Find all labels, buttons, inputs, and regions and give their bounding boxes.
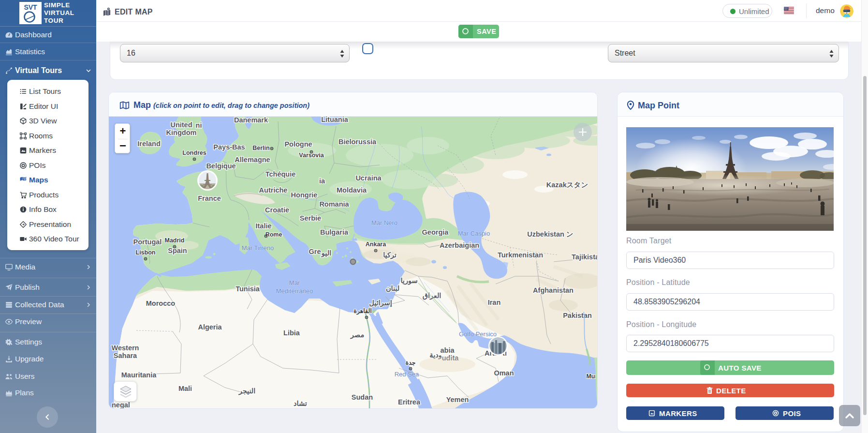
svg-text:Croatie: Croatie	[265, 206, 289, 214]
svg-text:Italie: Italie	[255, 222, 271, 230]
svg-text:Georgia: Georgia	[422, 228, 449, 236]
svg-text:Mar: Mar	[289, 279, 300, 286]
svg-text:Mauritania: Mauritania	[121, 371, 157, 379]
svg-text:Belgique: Belgique	[206, 162, 235, 170]
svg-text:Ucraina: Ucraina	[355, 174, 382, 182]
svg-text:Pakistan: Pakistan	[563, 312, 592, 319]
svg-text:إسرائيل: إسرائيل	[369, 299, 392, 307]
svg-text:Azerbaigian: Azerbaigian	[440, 241, 479, 249]
svg-text:Red Sea: Red Sea	[395, 371, 419, 378]
svg-text:France: France	[198, 194, 221, 202]
svg-text:Mar Nero: Mar Nero	[371, 219, 397, 226]
svg-text:ni: ni	[196, 121, 202, 129]
svg-text:Ankara: Ankara	[366, 241, 386, 248]
svg-text:Eritrea: Eritrea	[398, 398, 421, 406]
svg-text:Mali: Mali	[178, 385, 192, 392]
svg-text:Iran: Iran	[488, 299, 501, 306]
svg-text:Tunisia: Tunisia	[235, 285, 260, 293]
svg-text:Afghanistan: Afghanistan	[533, 286, 574, 294]
svg-text:Kazakスタン: Kazakスタン	[546, 181, 588, 189]
svg-text:Tchéquie: Tchéquie	[265, 170, 296, 178]
svg-text:Mar Tirreno: Mar Tirreno	[242, 244, 274, 252]
svg-text:Spain: Spain	[168, 247, 187, 254]
svg-text:Uzbekistan ン: Uzbekistan ン	[527, 230, 573, 238]
svg-text:القاهرة: القاهرة	[353, 308, 371, 315]
svg-text:Moldavia: Moldavia	[337, 186, 367, 194]
svg-text:Pays-Bas: Pays-Bas	[213, 143, 245, 151]
svg-text:Lisbon: Lisbon	[136, 249, 156, 256]
svg-text:Ireland: Ireland	[137, 140, 161, 148]
svg-text:اليو: اليو	[321, 249, 331, 257]
svg-text:جدة: جدة	[406, 359, 416, 366]
svg-text:Pologne: Pologne	[284, 140, 312, 148]
svg-text:Rome: Rome	[265, 231, 282, 238]
svg-text:Morocco: Morocco	[146, 299, 176, 307]
svg-text:ia: ia	[319, 177, 325, 185]
svg-text:Turkmenistan: Turkmenistan	[498, 251, 543, 259]
svg-text:Danemark: Danemark	[234, 117, 268, 124]
svg-text:Bielorussia: Bielorussia	[338, 138, 377, 146]
svg-text:Lituania: Lituania	[321, 117, 349, 123]
svg-text:تشاد: تشاد	[294, 400, 307, 407]
svg-text:Bulgaria: Bulgaria	[320, 228, 349, 236]
svg-text:United: United	[170, 121, 192, 129]
svg-text:Romania: Romania	[319, 200, 349, 208]
svg-text:النيجر: النيجر	[238, 387, 256, 395]
svg-text:Sudan: Sudan	[352, 393, 373, 401]
svg-text:سوريا: سوريا	[400, 277, 417, 285]
svg-text:تركيا: تركيا	[383, 251, 397, 259]
svg-text:Tajikistan: Tajikistan	[572, 253, 598, 261]
svg-text:Allemagne: Allemagne	[235, 156, 270, 164]
svg-text:Oman: Oman	[494, 369, 514, 377]
svg-text:Libia: Libia	[283, 329, 300, 337]
svg-text:Western: Western	[112, 344, 139, 352]
svg-text:لبنان: لبنان	[386, 284, 399, 292]
svg-text:Madrid: Madrid	[165, 237, 185, 244]
svg-text:Algeria: Algeria	[198, 323, 222, 331]
svg-text:مصر: مصر	[350, 331, 364, 339]
svg-text:Yemen: Yemen	[446, 396, 469, 403]
svg-text:Sahara: Sahara	[114, 352, 137, 359]
svg-text:negal: negal	[112, 401, 130, 408]
svg-text:العراق: العراق	[423, 292, 441, 300]
svg-text:abia: abia	[440, 346, 455, 354]
svg-text:Mar Caspio: Mar Caspio	[458, 230, 490, 237]
svg-text:Londres: Londres	[182, 149, 206, 156]
svg-text:Gre: Gre	[309, 248, 321, 255]
svg-text:Portugal: Portugal	[133, 238, 162, 246]
svg-text:Autriche: Autriche	[259, 186, 288, 194]
svg-text:Serbie: Serbie	[300, 214, 321, 222]
svg-text:Mediterraneo: Mediterraneo	[276, 287, 313, 295]
svg-text:Hongrie: Hongrie	[291, 191, 318, 199]
svg-text:Kingdom: Kingdom	[166, 129, 197, 136]
svg-text:Berlin: Berlin	[252, 145, 269, 151]
svg-text:Golfo Persico: Golfo Persico	[459, 330, 497, 338]
